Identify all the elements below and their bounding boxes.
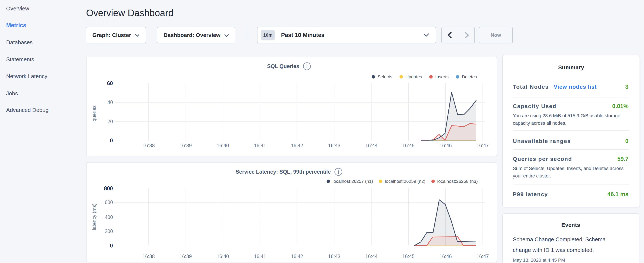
svg-text:16:40: 16:40 bbox=[217, 143, 229, 148]
svg-text:0: 0 bbox=[110, 242, 113, 248]
svg-text:16:43: 16:43 bbox=[328, 254, 340, 259]
svg-text:0: 0 bbox=[110, 137, 113, 143]
svg-text:16:42: 16:42 bbox=[291, 143, 303, 148]
svg-text:16:38: 16:38 bbox=[142, 143, 155, 148]
svg-text:20: 20 bbox=[107, 119, 113, 124]
svg-text:16:44: 16:44 bbox=[365, 254, 378, 259]
svg-text:latency (ms): latency (ms) bbox=[92, 203, 97, 230]
svg-text:60: 60 bbox=[107, 80, 113, 86]
svg-text:600: 600 bbox=[105, 200, 113, 205]
svg-text:16:46: 16:46 bbox=[440, 143, 452, 148]
svg-text:16:38: 16:38 bbox=[142, 254, 155, 259]
svg-text:16:41: 16:41 bbox=[254, 143, 266, 148]
svg-text:16:39: 16:39 bbox=[180, 143, 192, 148]
svg-text:16:44: 16:44 bbox=[365, 143, 378, 148]
svg-text:800: 800 bbox=[104, 185, 113, 191]
svg-text:16:46: 16:46 bbox=[440, 254, 452, 259]
svg-text:400: 400 bbox=[105, 214, 113, 220]
svg-text:16:45: 16:45 bbox=[402, 143, 414, 148]
svg-text:16:43: 16:43 bbox=[328, 143, 340, 148]
svg-text:16:47: 16:47 bbox=[476, 254, 489, 259]
svg-text:16:39: 16:39 bbox=[180, 254, 192, 259]
svg-text:16:41: 16:41 bbox=[254, 254, 266, 259]
svg-text:queries: queries bbox=[92, 105, 97, 121]
svg-text:16:42: 16:42 bbox=[291, 254, 303, 259]
svg-text:40: 40 bbox=[107, 100, 113, 105]
svg-text:16:47: 16:47 bbox=[476, 143, 489, 148]
svg-text:200: 200 bbox=[105, 228, 113, 234]
svg-text:16:40: 16:40 bbox=[217, 254, 229, 259]
svg-text:16:45: 16:45 bbox=[402, 254, 414, 259]
